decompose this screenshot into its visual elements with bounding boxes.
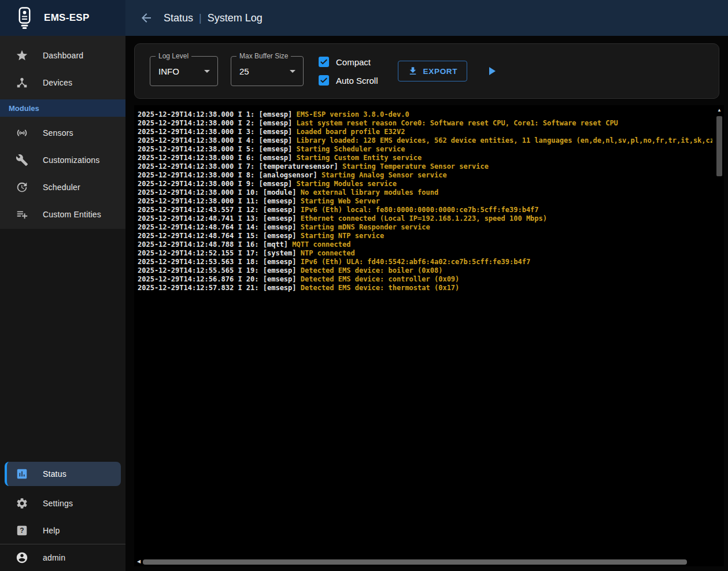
sidebar-upper: DashboardDevices Modules SensorsCustomiz…: [0, 36, 125, 229]
update-icon: [16, 181, 28, 194]
sidebar-item-scheduler[interactable]: Scheduler: [0, 173, 125, 201]
log-line: 2025-12-29T14:12:57.832 I 21: [emsesp] D…: [138, 284, 712, 292]
breadcrumb-page: System Log: [208, 12, 263, 24]
sidebar-item-help[interactable]: ?Help: [0, 517, 125, 544]
download-icon: [408, 66, 418, 76]
breadcrumb-separator: |: [199, 12, 202, 24]
compact-checkbox-row[interactable]: Compact: [319, 57, 378, 67]
log-line: 2025-12-29T14:12:38.000 I 3: [emsesp] Lo…: [138, 128, 712, 136]
chevron-down-icon: [286, 64, 300, 78]
sidebar-item-label: Sensors: [43, 128, 73, 138]
auto-scroll-checkbox-row[interactable]: Auto Scroll: [319, 75, 378, 86]
sidebar-item-dashboard[interactable]: Dashboard: [0, 42, 125, 69]
sidebar-item-status[interactable]: Status: [5, 462, 121, 486]
log-line: 2025-12-29T14:12:38.000 I 11: [emsesp] S…: [138, 197, 712, 206]
log-output: 2025-12-29T14:12:38.000 I 1: [emsesp] EM…: [138, 110, 712, 555]
help-icon: ?: [16, 524, 28, 537]
scroll-left-icon[interactable]: ◀: [135, 558, 143, 566]
log-line: 2025-12-29T14:12:53.563 I 18: [emsesp] I…: [138, 258, 712, 266]
log-options: Compact Auto Scroll: [319, 57, 378, 86]
sidebar-item-label: Devices: [43, 78, 72, 87]
vertical-scrollbar-thumb[interactable]: [716, 116, 722, 176]
log-line: 2025-12-29T14:12:38.000 I 8: [analogsens…: [138, 171, 712, 180]
export-button[interactable]: EXPORT: [398, 61, 468, 81]
log-line: 2025-12-29T14:12:38.000 I 6: [emsesp] St…: [138, 154, 712, 162]
sidebar-item-admin[interactable]: admin: [0, 544, 125, 571]
sidebar-item-label: Settings: [43, 499, 73, 508]
auto-scroll-checkbox[interactable]: [319, 75, 329, 86]
sidebar-item-sensors[interactable]: Sensors: [0, 119, 125, 146]
log-line: 2025-12-29T14:12:38.000 I 2: [emsesp] La…: [138, 119, 712, 128]
breadcrumb-section: Status: [164, 12, 193, 24]
log-line: 2025-12-29T14:12:55.565 I 19: [emsesp] D…: [138, 266, 712, 275]
sidebar-item-label: Status: [43, 469, 66, 479]
log-line: 2025-12-29T14:12:56.876 I 20: [emsesp] D…: [138, 275, 712, 284]
log-level-value: INFO: [158, 66, 179, 76]
log-line: 2025-12-29T14:12:38.000 I 9: [emsesp] St…: [138, 180, 712, 188]
log-level-label: Log Level: [156, 52, 191, 60]
sidebar-item-custom-entities[interactable]: Custom Entities: [0, 201, 125, 228]
chevron-down-icon: [200, 64, 214, 78]
max-buffer-size-label: Max Buffer Size: [236, 52, 291, 60]
horizontal-scrollbar-thumb[interactable]: [143, 559, 687, 565]
log-line: 2025-12-29T14:12:38.000 I 7: [temperatur…: [138, 162, 712, 171]
sensors-icon: [16, 127, 28, 139]
svg-text:?: ?: [20, 526, 24, 535]
sidebar-item-settings[interactable]: Settings: [0, 490, 125, 517]
arrow-back-icon: [139, 11, 153, 25]
sidebar-user-label: admin: [43, 553, 65, 562]
device-hub-icon: [16, 76, 28, 89]
sidebar-item-label: Dashboard: [43, 51, 83, 60]
account-circle-icon: [16, 551, 28, 564]
play-icon: [485, 64, 498, 78]
sidebar-item-label: Help: [43, 526, 60, 535]
analytics-icon: [16, 468, 28, 480]
scroll-up-icon[interactable]: ▲: [715, 106, 723, 114]
check-icon: [319, 57, 328, 66]
modules-section-header: Modules: [0, 99, 125, 117]
horizontal-scrollbar[interactable]: ◀: [135, 558, 715, 566]
breadcrumb: Status | System Log: [164, 12, 263, 24]
log-line: 2025-12-29T14:12:38.000 I 10: [module] N…: [138, 188, 712, 197]
app-title: EMS-ESP: [44, 12, 90, 24]
sidebar-item-devices[interactable]: Devices: [0, 69, 125, 96]
log-line: 2025-12-29T14:12:38.000 I 4: [emsesp] Li…: [138, 136, 712, 145]
brand-area: EMS-ESP: [0, 0, 125, 36]
back-button[interactable]: [139, 11, 153, 25]
sidebar: DashboardDevices Modules SensorsCustomiz…: [0, 36, 125, 571]
app-header: EMS-ESP Status | System Log: [0, 0, 728, 36]
star-icon: [16, 49, 28, 62]
sidebar-bottom: StatusSettings?Help admin: [0, 462, 125, 571]
sidebar-item-label: Scheduler: [43, 183, 80, 192]
settings-icon: [16, 497, 28, 510]
max-buffer-size-value: 25: [239, 66, 249, 76]
log-line: 2025-12-29T14:12:52.155 I 17: [system] N…: [138, 249, 712, 258]
vertical-scrollbar[interactable]: ▲: [715, 106, 723, 557]
ems-esp-logo-icon: [15, 6, 34, 29]
main-content: Log Level INFO Max Buffer Size 25 Compac…: [125, 36, 728, 571]
sidebar-item-label: Customizations: [43, 155, 100, 165]
log-line: 2025-12-29T14:12:48.764 I 14: [emsesp] S…: [138, 223, 712, 232]
export-button-label: EXPORT: [423, 67, 458, 76]
sidebar-item-label: Custom Entities: [43, 210, 101, 219]
log-line: 2025-12-29T14:12:48.764 I 15: [emsesp] S…: [138, 232, 712, 240]
construction-icon: [16, 154, 28, 166]
playlist-add-icon: [16, 208, 28, 221]
log-line: 2025-12-29T14:12:38.000 I 5: [emsesp] St…: [138, 145, 712, 154]
log-console: 2025-12-29T14:12:38.000 I 1: [emsesp] EM…: [134, 105, 724, 566]
sidebar-item-customizations[interactable]: Customizations: [0, 146, 125, 173]
log-level-select[interactable]: Log Level INFO: [150, 56, 218, 86]
log-line: 2025-12-29T14:12:48.788 I 16: [mqtt] MQT…: [138, 240, 712, 249]
log-line: 2025-12-29T14:12:43.557 I 12: [emsesp] I…: [138, 206, 712, 214]
log-line: 2025-12-29T14:12:48.741 I 13: [emsesp] E…: [138, 214, 712, 223]
check-icon: [319, 76, 328, 85]
auto-scroll-label: Auto Scroll: [336, 76, 378, 86]
max-buffer-size-select[interactable]: Max Buffer Size 25: [231, 56, 304, 86]
log-toolbar: Log Level INFO Max Buffer Size 25 Compac…: [134, 43, 719, 99]
compact-checkbox[interactable]: [319, 57, 329, 67]
compact-label: Compact: [336, 57, 371, 67]
ems-esp-app: EMS-ESP Status | System Log DashboardDev…: [0, 0, 728, 571]
play-button[interactable]: [485, 64, 498, 78]
log-line: 2025-12-29T14:12:38.000 I 1: [emsesp] EM…: [138, 110, 712, 119]
